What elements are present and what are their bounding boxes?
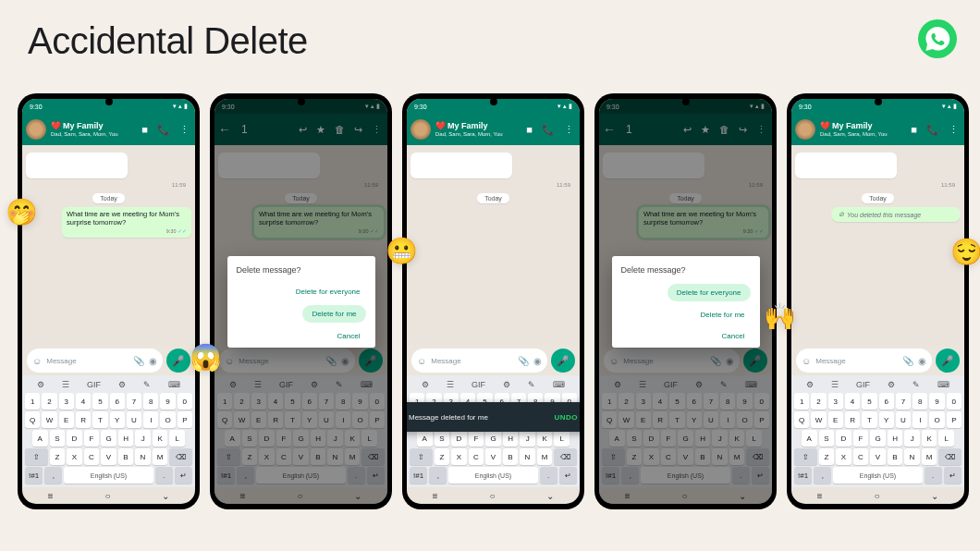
undo-snackbar: Message deleted for me UNDO: [407, 402, 580, 432]
android-navbar: ≡○⌄: [22, 487, 195, 504]
camera-notch: [875, 98, 882, 105]
float-emoji-grimace: 😬: [386, 236, 418, 266]
backspace-key[interactable]: ⌫: [169, 448, 192, 465]
avatar[interactable]: [795, 119, 815, 140]
blocked-icon: ⊘: [839, 211, 844, 218]
delete-dialog: Delete message? Delete for everyone Dele…: [227, 256, 375, 348]
chat-body: 11:59 Today What time are we meeting for…: [22, 145, 195, 346]
chat-body: 11:59 Today ⊘ You deleted this message: [791, 145, 964, 346]
message-composer: ☺Message📎◉ 🎤: [407, 346, 580, 375]
voice-call-icon[interactable]: 📞: [157, 124, 170, 136]
dialog-scrim[interactable]: Delete message? Delete for everyone Dele…: [599, 99, 772, 504]
message-composer: ☺ Message 📎 ◉ 🎤: [22, 346, 195, 375]
avatar[interactable]: [410, 119, 431, 140]
mic-button[interactable]: 🎤: [936, 349, 960, 373]
message-time: 11:59: [26, 182, 191, 188]
cancel-button[interactable]: Cancel: [332, 328, 366, 344]
chat-body: 11:59 Today: [407, 145, 580, 346]
chat-appbar: ❤️My Family Dad, Sam, Sara, Mom, You ■📞⋮: [407, 114, 580, 145]
message-input[interactable]: ☺ Message 📎 ◉: [27, 349, 163, 373]
video-call-icon[interactable]: ■: [526, 124, 533, 135]
phone-frame-5: 9:30 ▾ ▴ ▮ ❤️My Family Dad, Sam, Sara, M…: [787, 93, 969, 509]
chat-appbar: ❤️My Family Dad, Sam, Sara, Mom, You ■ 📞…: [22, 114, 195, 145]
keyboard[interactable]: ⚙☰GIF⚙✎⌨ 1234567890 QWERTYUIOP ASDFGHJKL…: [791, 375, 964, 487]
deleted-message-text: You deleted this message: [847, 212, 921, 218]
double-check-icon: ✓✓: [178, 228, 187, 234]
nav-recents-icon[interactable]: ≡: [48, 491, 54, 501]
mic-button[interactable]: 🎤: [551, 349, 575, 373]
attach-icon[interactable]: 📎: [133, 356, 144, 366]
phone-frame-2: 9:30 ▾ ▴ ▮ ← 1 ↩ ★ 🗑 ↪ ⋮ 11:59 Today: [210, 93, 392, 509]
delete-for-me-button[interactable]: Delete for me: [694, 307, 750, 323]
camera-notch: [682, 98, 690, 105]
chat-name: My Family: [63, 122, 104, 131]
camera-icon[interactable]: ◉: [149, 356, 157, 366]
camera-notch: [490, 98, 497, 105]
message-composer: ☺Message📎◉ 🎤: [791, 346, 964, 375]
float-emoji-scream: 😱: [190, 342, 222, 373]
delete-for-everyone-button[interactable]: Delete for everyone: [668, 284, 751, 301]
cancel-button[interactable]: Cancel: [717, 328, 751, 344]
shift-key[interactable]: ⇧: [25, 448, 48, 465]
delete-for-everyone-button[interactable]: Delete for everyone: [290, 284, 366, 300]
snackbar-text: Message deleted for me: [409, 413, 488, 422]
incoming-message-placeholder: [26, 153, 128, 178]
enter-key[interactable]: ↵: [175, 467, 192, 484]
keyboard-toolbar: ⚙☰GIF⚙✎⌨: [25, 378, 192, 391]
phone-frame-1: 9:30 ▾ ▴ ▮ ❤️My Family Dad, Sam, Sara, M…: [18, 93, 200, 509]
camera-notch: [298, 98, 305, 105]
emoji-icon[interactable]: ☺: [32, 356, 42, 366]
chat-subtitle: Dad, Sam, Sara, Mom, You: [51, 131, 137, 138]
nav-back-icon[interactable]: ⌄: [162, 491, 169, 501]
page-title: Accidental Delete: [28, 20, 308, 62]
symbols-key[interactable]: !#1: [25, 467, 43, 484]
date-pill: Today: [92, 193, 125, 203]
phone-row: 9:30 ▾ ▴ ▮ ❤️My Family Dad, Sam, Sara, M…: [18, 93, 969, 509]
mic-button[interactable]: 🎤: [166, 349, 190, 373]
nav-home-icon[interactable]: ○: [104, 491, 110, 501]
more-icon[interactable]: ⋮: [949, 124, 959, 136]
float-emoji-relieved: 😌: [950, 237, 980, 267]
message-text: What time are we meeting for Mom's surpr…: [67, 210, 179, 227]
delete-for-me-button[interactable]: Delete for me: [302, 305, 365, 323]
input-placeholder: Message: [46, 357, 129, 365]
whatsapp-logo-icon: [917, 18, 958, 59]
phone-frame-3: 9:30 ▾ ▴ ▮ ❤️My Family Dad, Sam, Sara, M…: [402, 93, 584, 509]
keyboard[interactable]: ⚙☰GIF⚙✎⌨ 1234567890 QWERTYUIOP ASDFGHJKL…: [22, 375, 195, 487]
camera-notch: [105, 98, 113, 105]
float-emoji-raised-hands: 🙌: [764, 301, 796, 332]
deleted-message: ⊘ You deleted this message: [831, 207, 961, 222]
chat-appbar: ❤️My Family Dad, Sam, Sara, Mom, You ■📞⋮: [791, 114, 964, 145]
message-input[interactable]: ☺Message📎◉: [411, 349, 547, 373]
video-call-icon[interactable]: ■: [911, 124, 917, 135]
dialog-scrim[interactable]: Delete message? Delete for everyone Dele…: [214, 99, 387, 504]
status-icons: ▾ ▴ ▮: [173, 103, 188, 110]
status-time: 9:30: [30, 104, 43, 110]
float-emoji-thinking: 🤭: [6, 197, 38, 227]
delete-dialog: Delete message? Delete for everyone Dele…: [612, 256, 760, 348]
spacebar[interactable]: English (US): [64, 467, 153, 484]
phone-frame-4: 9:30 ▾ ▴ ▮ ← 1 ↩★🗑↪⋮ 11:59 Today What ti…: [594, 93, 777, 509]
more-icon[interactable]: ⋮: [179, 124, 190, 136]
voice-call-icon[interactable]: 📞: [926, 124, 939, 136]
chat-heart-icon: ❤️: [51, 122, 61, 131]
video-call-icon[interactable]: ■: [141, 124, 148, 135]
dialog-title: Delete message?: [237, 265, 366, 275]
more-icon[interactable]: ⋮: [564, 124, 574, 136]
outgoing-message[interactable]: What time are we meeting for Mom's surpr…: [62, 207, 191, 238]
voice-call-icon[interactable]: 📞: [542, 124, 555, 136]
message-input[interactable]: ☺Message📎◉: [796, 349, 932, 373]
undo-button[interactable]: UNDO: [554, 413, 578, 422]
avatar[interactable]: [26, 119, 46, 140]
